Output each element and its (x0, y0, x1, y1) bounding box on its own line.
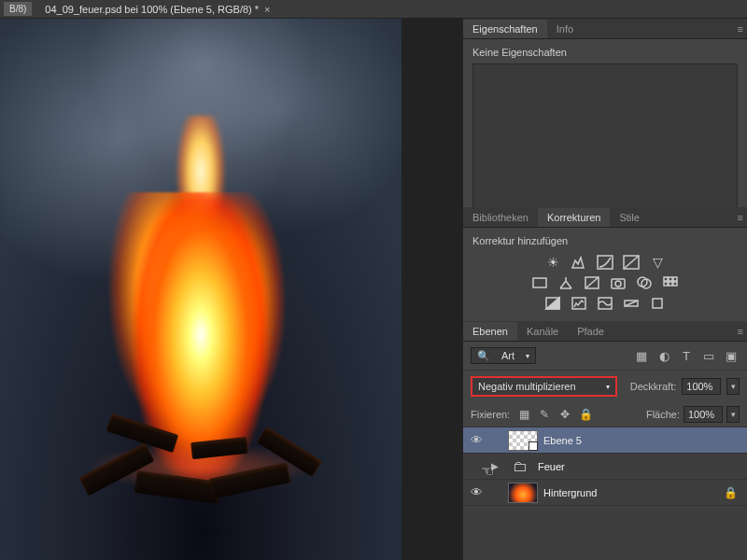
layer-name[interactable]: Ebene 5 (543, 435, 743, 446)
curves-icon[interactable] (596, 254, 614, 271)
document-title: 04_09_feuer.psd bei 100% (Ebene 5, RGB/8… (45, 4, 259, 15)
adjustments-panel-tabs: Bibliotheken Korrekturen Stile ≡ (463, 207, 747, 228)
visibility-toggle-icon[interactable]: 👁 (467, 433, 486, 447)
opacity-input[interactable] (682, 378, 721, 395)
threshold-icon[interactable] (596, 295, 614, 312)
color-mode-badge: B/8) (4, 2, 32, 16)
hue-sat-icon[interactable] (530, 274, 549, 291)
panel-menu-icon[interactable]: ≡ (738, 23, 743, 35)
lock-pixels-icon[interactable]: ✎ (536, 406, 553, 423)
exposure-icon[interactable] (622, 254, 641, 271)
fill-input[interactable] (684, 406, 723, 423)
channel-mixer-icon[interactable] (635, 274, 654, 291)
adjustment-icons-row-1: ☀ ▽ (472, 252, 738, 273)
document-tab-bar: B/8) 04_09_feuer.psd bei 100% (Ebene 5, … (0, 0, 747, 19)
lock-row: Fixieren: ▦ ✎ ✥ 🔒 Fläche: ▾ (463, 402, 747, 427)
lock-icon: 🔒 (724, 486, 738, 499)
posterize-icon[interactable] (570, 295, 588, 312)
color-balance-icon[interactable] (557, 274, 575, 291)
document-canvas (0, 19, 402, 560)
blend-mode-row: Negativ multiplizieren▾ Deckkraft: ▾ (463, 371, 747, 402)
visibility-toggle-icon[interactable]: 👁 (467, 485, 486, 499)
folder-icon: 🗀 (508, 457, 532, 476)
lock-position-icon[interactable]: ✥ (557, 406, 573, 423)
tab-info[interactable]: Info (547, 20, 583, 38)
bw-icon[interactable] (583, 274, 601, 291)
filter-smart-icon[interactable]: ▣ (723, 347, 740, 364)
opacity-dropdown-icon[interactable]: ▾ (726, 378, 740, 395)
svg-rect-2 (533, 278, 546, 287)
layer-row[interactable]: ▶ 🗀 Feuer (463, 454, 747, 480)
svg-rect-18 (653, 299, 662, 308)
tab-libraries[interactable]: Bibliotheken (463, 208, 538, 227)
svg-rect-9 (669, 277, 672, 281)
fill-dropdown-icon[interactable]: ▾ (726, 406, 740, 423)
svg-rect-13 (673, 282, 677, 286)
brightness-icon[interactable]: ☀ (543, 254, 562, 271)
layer-name[interactable]: Feuer (538, 461, 743, 472)
layer-row[interactable]: 👁 Hintergrund 🔒 (463, 480, 747, 506)
document-tab[interactable]: 04_09_feuer.psd bei 100% (Ebene 5, RGB/8… (37, 2, 277, 17)
layer-list: 👁 Ebene 5 ▶ 🗀 Feuer 👁 (463, 427, 747, 560)
layer-row[interactable]: 👁 Ebene 5 (463, 427, 747, 454)
tab-channels[interactable]: Kanäle (517, 322, 568, 341)
svg-rect-10 (673, 277, 677, 281)
filter-pixel-icon[interactable]: ▦ (633, 347, 650, 364)
tab-adjustments[interactable]: Korrekturen (538, 208, 610, 227)
svg-rect-12 (669, 282, 672, 286)
lock-label: Fixieren: (471, 409, 510, 420)
panel-menu-icon[interactable]: ≡ (738, 212, 743, 223)
svg-point-5 (615, 281, 621, 287)
vibrance-icon[interactable]: ▽ (648, 254, 667, 271)
filter-adjust-icon[interactable]: ◐ (655, 347, 672, 364)
panel-menu-icon[interactable]: ≡ (738, 326, 743, 337)
invert-icon[interactable] (543, 295, 562, 312)
close-icon[interactable]: × (264, 4, 270, 15)
opacity-label: Deckkraft: (630, 381, 677, 392)
filter-shape-icon[interactable]: ▭ (700, 347, 717, 364)
add-adjustment-label: Korrektur hinzufügen (472, 235, 738, 246)
lock-all-icon[interactable]: 🔒 (577, 406, 594, 423)
gradient-map-icon[interactable] (622, 295, 641, 312)
no-properties-label: Keine Eigenschaften (472, 47, 738, 58)
photo-filter-icon[interactable] (609, 274, 627, 291)
adjustment-icons-row-2 (472, 273, 738, 293)
tab-properties[interactable]: Eigenschaften (463, 20, 547, 38)
svg-rect-11 (664, 282, 668, 286)
tab-styles[interactable]: Stile (610, 208, 648, 227)
fill-label: Fläche: (646, 409, 680, 420)
filter-type-select[interactable]: 🔍Art▾ (471, 347, 536, 364)
selective-color-icon[interactable] (648, 295, 667, 312)
expand-icon[interactable]: ▶ (491, 461, 502, 471)
properties-panel-tabs: Eigenschaften Info ≡ (463, 19, 747, 39)
svg-rect-8 (664, 277, 668, 281)
layer-thumbnail[interactable] (508, 483, 538, 503)
layers-filter-row: 🔍Art▾ ▦ ◐ T ▭ ▣ (463, 342, 747, 371)
tab-layers[interactable]: Ebenen (463, 322, 517, 341)
adjustment-icons-row-3 (472, 293, 738, 314)
lock-transparency-icon[interactable]: ▦ (515, 406, 532, 423)
color-lookup-icon[interactable] (661, 274, 680, 291)
filter-text-icon[interactable]: T (678, 347, 695, 364)
levels-icon[interactable] (570, 254, 588, 271)
canvas-viewport[interactable] (0, 19, 462, 560)
properties-panel-body: Keine Eigenschaften (463, 39, 747, 207)
layers-panel-tabs: Ebenen Kanäle Pfade ≡ (463, 321, 747, 342)
tab-paths[interactable]: Pfade (568, 322, 613, 341)
layer-thumbnail[interactable] (508, 430, 538, 451)
layer-name[interactable]: Hintergrund (543, 487, 718, 498)
blend-mode-select[interactable]: Negativ multiplizieren▾ (471, 376, 617, 397)
adjustments-panel-body: Korrektur hinzufügen ☀ ▽ (463, 228, 747, 321)
